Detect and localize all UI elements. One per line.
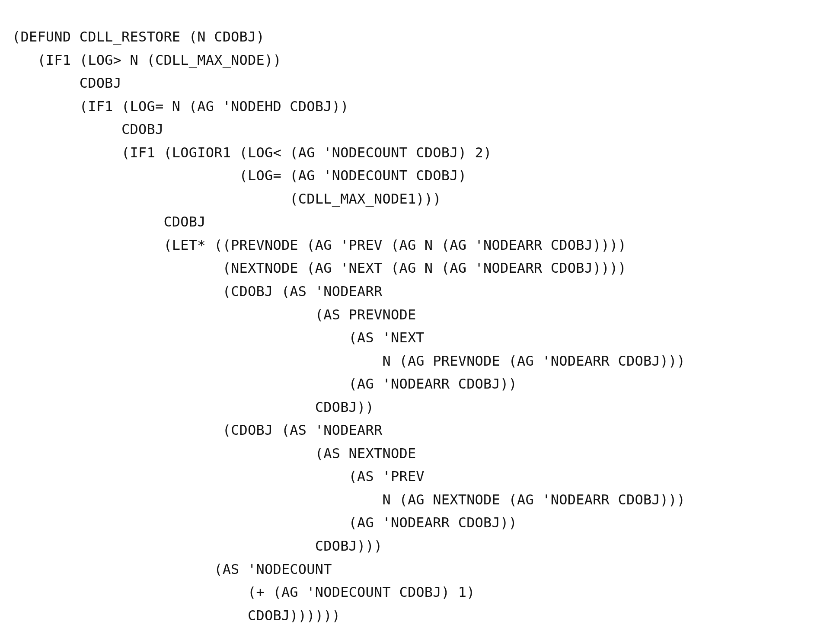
code-content: (DEFUND CDLL_RESTORE (N CDOBJ) (IF1 (LOG… — [12, 29, 685, 624]
code-listing: (DEFUND CDLL_RESTORE (N CDOBJ) (IF1 (LOG… — [0, 14, 830, 632]
